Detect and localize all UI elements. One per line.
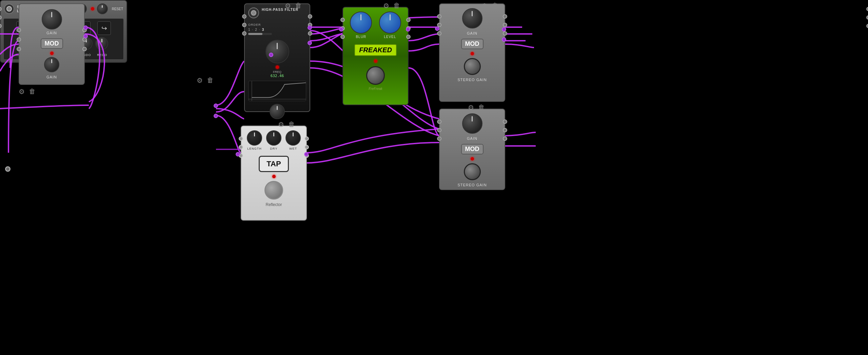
order-sep2: · <box>259 28 260 32</box>
hpf-trash-icon[interactable]: 🗑 <box>295 2 302 10</box>
gain-pedal-tl: GAIN MOD Gain <box>19 3 85 85</box>
wet-knob[interactable] <box>285 130 301 146</box>
order-sep1: · <box>252 28 253 32</box>
stereo-gain-br-label: Stereo Gain <box>440 183 505 187</box>
stereo-gain-tr-knob[interactable] <box>462 8 482 29</box>
hpf-logo <box>248 7 259 18</box>
reflector-gear-icon[interactable]: ⚙ <box>278 120 284 129</box>
freaked-pedal: BLUR LEVEL FREAKED FreFreak <box>342 7 409 105</box>
sooper-trash-icon[interactable]: 🗑 <box>207 76 214 84</box>
freq-value: 632.46 <box>271 74 284 78</box>
redo-label: REDO <box>95 53 109 57</box>
stereo-gain-tr-gear-icon[interactable]: ⚙ <box>481 2 488 10</box>
gain-tl-gear-icon[interactable]: ⚙ <box>19 88 25 96</box>
dry-knob[interactable] <box>266 130 281 146</box>
order-label: ORDER <box>248 23 306 26</box>
stereo-gain-br-mod-badge: MOD <box>461 144 484 154</box>
redo-button[interactable]: ↪ <box>97 21 111 35</box>
patch-point-2 <box>83 34 88 38</box>
stereo-gain-br-gear-icon[interactable]: ⚙ <box>468 104 474 112</box>
patch-point-14 <box>304 152 309 156</box>
hpf-title: HIGH-PASS FILTER <box>262 7 298 12</box>
stereo-gain-tr-label: Stereo Gain <box>440 78 505 82</box>
patch-point-8 <box>339 27 343 32</box>
freaked-footswitch[interactable] <box>366 66 385 85</box>
patch-point-5 <box>269 53 273 57</box>
length-knob[interactable] <box>247 130 262 146</box>
stereo-gain-tr-right-jacks <box>503 14 507 36</box>
freq-label: FREQ <box>273 70 281 74</box>
reset-label: RESET <box>112 7 123 11</box>
hpf-gear-icon[interactable]: ⚙ <box>285 2 291 10</box>
hpf-right-jacks <box>308 14 312 36</box>
order-3[interactable]: 3 <box>262 28 264 32</box>
patch-point-3 <box>214 104 218 108</box>
left-jacks <box>17 28 21 51</box>
stereo-gain-tr-mod-badge: MOD <box>461 39 484 49</box>
stereo-gain-br-knob[interactable] <box>462 113 482 134</box>
stereo-gain-tr-led <box>471 52 474 55</box>
stereo-gain-br-right-jacks <box>503 119 507 141</box>
reflector-footswitch[interactable] <box>264 181 283 200</box>
patch-point-4 <box>214 114 218 118</box>
sooper-left-jacks <box>0 7 2 28</box>
length-label: LENGTH <box>247 147 262 150</box>
reflector-label: Reflector <box>241 202 306 207</box>
pedal-name-label: Gain <box>46 75 57 79</box>
mod-badge: MOD <box>41 38 63 49</box>
gain-knob-label: GAIN <box>46 31 57 35</box>
freq-knob[interactable] <box>265 40 289 63</box>
stereo-gain-tr-gain-label: GAIN <box>467 31 477 35</box>
sooper-logo <box>4 4 14 14</box>
freq-graph <box>248 81 306 101</box>
freaked-led <box>374 59 377 63</box>
stereo-gain-tr-pedal: GAIN MOD Stereo Gain <box>439 3 505 102</box>
reflector-led <box>272 175 276 178</box>
redo-knob[interactable] <box>95 37 108 50</box>
freaked-name-badge: FREAKED <box>354 44 397 56</box>
hpf-left-jacks <box>242 14 246 36</box>
hpf-bottom-knob[interactable] <box>270 104 285 119</box>
patch-point-7 <box>308 41 312 45</box>
reflector-trash-icon[interactable]: 🗑 <box>288 120 295 128</box>
sooper-led <box>91 7 94 11</box>
led-indicator <box>50 52 54 55</box>
stereo-gain-br-left-jacks <box>437 119 441 141</box>
gain-knob[interactable] <box>42 9 62 30</box>
patch-point-1 <box>83 25 88 30</box>
cable-layer: .cable { fill: none; stroke: #cc33ff; st… <box>0 0 868 355</box>
wet-label: WET <box>289 147 297 150</box>
tap-button[interactable]: TAP <box>259 156 289 172</box>
stereo-gain-tr-trash-icon[interactable]: 🗑 <box>492 2 498 10</box>
stereo-gain-br-footswitch[interactable] <box>464 163 481 180</box>
order-1[interactable]: 1 <box>248 28 250 32</box>
freaked-trash-icon[interactable]: 🗑 <box>393 2 400 10</box>
sooper-gear-icon[interactable]: ⚙ <box>197 76 203 85</box>
sooper-right-jacks <box>866 7 868 28</box>
stereo-gain-br-pedal: GAIN MOD Stereo Gain <box>439 109 505 190</box>
reflector-pedal: LENGTH DRY WET TAP Reflector <box>241 126 307 221</box>
blur-knob[interactable] <box>350 12 372 34</box>
stereo-gain-tr-left-jacks <box>437 14 441 36</box>
order-2[interactable]: 2 <box>255 28 257 32</box>
stereo-gain-br-led <box>471 157 474 161</box>
patch-point-12 <box>502 37 506 42</box>
dry-label: DRY <box>270 147 278 150</box>
sooper-level-knob[interactable] <box>97 3 108 14</box>
stereo-gain-tr-footswitch[interactable] <box>464 58 481 75</box>
output-knob[interactable] <box>44 57 59 72</box>
hpf-pedal: HIGH-PASS FILTER ORDER 1 · 2 · 3 FREQ 63… <box>244 3 310 112</box>
freaked-gear-icon[interactable]: ⚙ <box>383 2 389 10</box>
hpf-led <box>276 66 279 69</box>
gain-tl-trash-icon[interactable]: 🗑 <box>29 88 36 95</box>
level-knob[interactable] <box>379 12 401 34</box>
patch-point-11 <box>502 27 506 32</box>
patch-point-9 <box>406 27 410 32</box>
stereo-gain-br-gain-label: GAIN <box>467 136 477 141</box>
freaked-bottom-label: FreFreak <box>343 87 408 91</box>
patch-point-10 <box>435 26 439 31</box>
stereo-gain-br-trash-icon[interactable]: 🗑 <box>478 104 485 111</box>
patch-point-6 <box>308 25 312 30</box>
order-slider[interactable] <box>248 33 272 35</box>
far-left-input <box>5 166 11 172</box>
